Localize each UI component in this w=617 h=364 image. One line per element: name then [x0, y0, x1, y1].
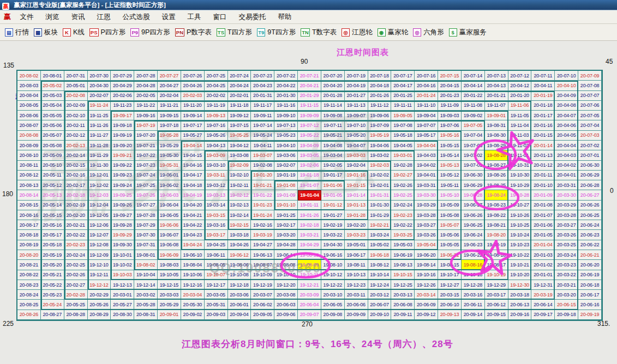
date-cell: 19-06-01	[158, 171, 181, 180]
angle-label-0: 0	[610, 187, 614, 195]
date-cell: 19-09-27	[111, 210, 134, 220]
date-cell: 20-07-12	[508, 71, 532, 81]
date-cell: 19-07-04	[462, 131, 485, 141]
date-cell: 19-06-05	[158, 210, 181, 220]
date-cell: 19-05-04	[415, 240, 438, 250]
date-cell: 20-04-05	[555, 131, 578, 141]
date-cell: 20-04-14	[462, 81, 485, 90]
date-cell: 19-11-21	[158, 101, 181, 111]
date-cell: 20-04-01	[555, 171, 578, 180]
date-cell: 20-04-16	[415, 81, 438, 90]
date-cell: 19-03-09	[205, 150, 228, 160]
toolbar-item[interactable]: ◎江恩轮	[342, 28, 373, 37]
date-cell: 20-02-20	[64, 210, 88, 220]
date-cell: 19-04-15	[181, 150, 205, 160]
toolbar-item[interactable]: TNT数字表	[301, 28, 337, 37]
date-cell: 20-01-31	[251, 91, 274, 101]
toolbar-item[interactable]: ◉赢家轮	[378, 28, 409, 37]
toolbar-item[interactable]: ▦板块	[34, 28, 58, 37]
menu-item-8[interactable]: 窗口	[207, 10, 232, 23]
date-cell: 19-08-27	[485, 161, 508, 171]
date-cell: 20-05-20	[41, 260, 64, 270]
menu-item-2[interactable]: 浏览	[39, 10, 65, 23]
date-cell: 19-03-13	[205, 190, 228, 200]
date-cell: 20-09-05	[251, 310, 274, 320]
menu-item-1[interactable]: 文件	[14, 10, 39, 23]
date-cell: 20-01-28	[321, 91, 345, 101]
toolbar-item[interactable]: P99P四方形	[130, 28, 170, 37]
date-cell: 20-01-09	[531, 190, 555, 200]
toolbar-item[interactable]: ◎六角形	[413, 28, 444, 37]
date-cell: 20-06-22	[578, 240, 602, 250]
date-cell: 19-11-16	[274, 101, 298, 111]
date-cell: 19-08-22	[485, 210, 508, 220]
date-cell: 20-01-23	[438, 91, 462, 101]
date-cell: 20-03-07	[251, 290, 274, 300]
date-cell: 19-11-06	[508, 101, 532, 111]
date-cell: 19-07-30	[134, 230, 158, 240]
toolbar-item[interactable]: KK线	[63, 28, 85, 37]
date-cell: 20-05-14	[41, 201, 64, 210]
date-cell: 19-03-28	[415, 210, 438, 220]
date-cell: 19-10-18	[462, 270, 485, 280]
date-cell: 19-04-07	[345, 141, 368, 150]
date-cell: 19-08-03	[158, 260, 181, 270]
menu-item-4[interactable]: 江恩	[91, 10, 116, 23]
date-cell: 20-08-01	[41, 71, 64, 81]
date-cell: 19-12-03	[88, 190, 111, 200]
date-cell: 19-01-26	[298, 210, 321, 220]
toolbar-item[interactable]: ▤行情	[5, 28, 29, 37]
date-cell: 19-05-20	[345, 131, 368, 141]
date-cell: 20-05-30	[181, 300, 205, 310]
angle-label-270: 270	[302, 320, 313, 328]
date-cell: 20-09-19	[578, 310, 602, 320]
date-cell: 19-01-22	[251, 190, 274, 200]
date-cell: 19-05-13	[438, 161, 462, 171]
menu-item-3[interactable]: 资讯	[65, 10, 91, 23]
date-cell: 19-06-23	[462, 240, 485, 250]
date-cell: 19-06-18	[368, 250, 392, 260]
date-cell: 19-05-29	[158, 141, 181, 150]
toolbar-item[interactable]: PNP数字表	[175, 28, 212, 37]
toolbar-item-label: K线	[73, 28, 85, 37]
menu-item-5[interactable]: 公式选股	[116, 10, 155, 23]
date-cell: 19-10-13	[345, 270, 368, 280]
date-cell: 19-11-28	[88, 141, 111, 150]
date-cell: 19-01-19	[274, 171, 298, 180]
menu-item-6[interactable]: 设置	[155, 10, 181, 23]
date-cell: 19-03-07	[251, 150, 274, 160]
date-cell: 20-04-23	[251, 81, 274, 90]
date-cell: 20-01-22	[462, 91, 485, 101]
date-cell: 19-12-20	[274, 280, 298, 290]
date-cell: 19-12-25	[391, 280, 415, 290]
date-cell: 19-08-09	[298, 260, 321, 270]
date-cell: 20-03-02	[134, 290, 158, 300]
date-cell: 19-05-30	[158, 150, 181, 160]
date-cell: 19-04-27	[251, 240, 274, 250]
date-cell: 20-05-28	[134, 300, 158, 310]
toolbar-item[interactable]: TST四方形	[217, 28, 252, 37]
date-cell: 19-04-17	[181, 171, 205, 180]
date-cell: 19-05-09	[438, 201, 462, 210]
date-cell: 19-10-23	[508, 240, 532, 250]
date-cell: 20-08-16	[17, 210, 41, 220]
date-cell: 20-05-24	[41, 300, 64, 310]
date-cell: 19-05-05	[438, 240, 462, 250]
menu-item-10[interactable]: 帮助	[272, 10, 297, 23]
toolbar-item[interactable]: PSP四方形	[89, 28, 126, 37]
date-cell: 20-07-24	[228, 71, 251, 81]
date-cell: 20-01-05	[531, 230, 555, 240]
toolbar-item[interactable]: $赢家服务	[449, 28, 487, 37]
date-cell: 20-03-16	[462, 290, 485, 300]
gann-time-square: 20-08-0220-08-0120-07-3120-07-3020-07-29…	[16, 70, 603, 321]
date-cell: 19-04-16	[181, 161, 205, 171]
date-cell: 20-07-01	[578, 150, 602, 160]
date-cell: 20-02-01	[228, 91, 251, 101]
date-cell: 20-03-29	[555, 201, 578, 210]
menu-item-9[interactable]: 交易委托	[232, 10, 272, 23]
toolbar-item[interactable]: T99T四方形	[257, 28, 296, 37]
date-cell: 19-07-05	[462, 120, 485, 130]
angle-label-135: 135	[3, 62, 14, 69]
date-cell: 20-05-10	[41, 161, 64, 171]
menu-item-7[interactable]: 工具	[181, 10, 207, 23]
